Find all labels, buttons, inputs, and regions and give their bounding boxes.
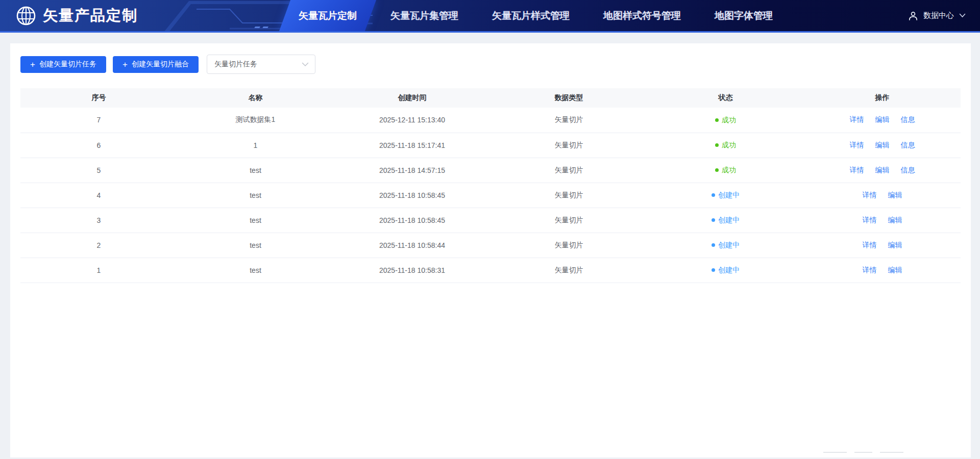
action-link-详情[interactable]: 详情	[863, 216, 877, 224]
app-logo: 矢量产品定制	[0, 5, 138, 27]
status-text: 成功	[722, 166, 736, 175]
cell-actions: 详情编辑	[804, 233, 961, 258]
cell-created-time: 2025-11-18 10:58:45	[334, 183, 491, 208]
cell-data-type: 矢量切片	[491, 258, 647, 283]
status-dot-icon	[715, 168, 719, 172]
cell-seq: 3	[20, 208, 177, 233]
table-row: 1 test 2025-11-18 10:58:31 矢量切片 创建中 详情编辑	[20, 258, 961, 283]
action-link-编辑[interactable]: 编辑	[888, 191, 902, 199]
cell-name: test	[177, 183, 334, 208]
nav-tab-label: 矢量瓦片定制	[299, 9, 357, 22]
cell-seq: 6	[20, 133, 177, 158]
status-dot-icon	[712, 218, 715, 222]
column-header: 数据类型	[491, 88, 647, 108]
action-link-详情[interactable]: 详情	[863, 241, 877, 249]
app-header: 矢量产品定制 矢量瓦片定制 矢量瓦片集管理 矢量瓦片样式管理 地图样式符号管理 …	[0, 0, 980, 33]
status-badge: 成功	[715, 141, 736, 150]
task-table-header-row: 序号名称创建时间数据类型状态操作	[20, 88, 961, 108]
action-link-编辑[interactable]: 编辑	[888, 216, 902, 224]
create-tile-task-button[interactable]: + 创建矢量切片任务	[20, 56, 106, 73]
cell-data-type: 矢量切片	[491, 208, 647, 233]
cell-status: 创建中	[647, 208, 804, 233]
column-header: 操作	[804, 88, 961, 108]
action-link-详情[interactable]: 详情	[850, 141, 864, 149]
nav-tab[interactable]: 矢量瓦片样式管理	[475, 0, 586, 31]
chevron-down-icon	[959, 13, 966, 18]
table-row: 2 test 2025-11-18 10:58:44 矢量切片 创建中 详情编辑	[20, 233, 961, 258]
cell-created-time: 2025-11-18 10:58:31	[334, 258, 491, 283]
column-header: 名称	[177, 88, 334, 108]
cell-name: test	[177, 158, 334, 183]
action-link-详情[interactable]: 详情	[863, 191, 877, 199]
globe-logo-icon	[15, 5, 37, 27]
nav-tab-label: 矢量瓦片样式管理	[492, 9, 570, 22]
status-text: 成功	[722, 141, 736, 150]
nav-tab-label: 地图样式符号管理	[603, 9, 681, 22]
nav-tab[interactable]: 矢量瓦片集管理	[374, 0, 475, 31]
user-name: 数据中心	[923, 11, 954, 20]
cell-actions: 详情编辑信息	[804, 158, 961, 183]
cell-status: 创建中	[647, 183, 804, 208]
action-link-编辑[interactable]: 编辑	[875, 115, 890, 123]
cell-seq: 2	[20, 233, 177, 258]
table-row: 5 test 2025-11-18 14:57:15 矢量切片 成功 详情编辑信…	[20, 158, 961, 183]
cell-data-type: 矢量切片	[491, 108, 647, 133]
cell-status: 成功	[647, 133, 804, 158]
status-badge: 创建中	[712, 266, 740, 275]
user-menu[interactable]: 数据中心	[908, 0, 966, 31]
cell-status: 创建中	[647, 258, 804, 283]
cell-created-time: 2025-11-18 10:58:44	[334, 233, 491, 258]
status-badge: 成功	[715, 166, 736, 175]
task-type-select[interactable]: 矢量切片任务	[207, 55, 315, 74]
cell-seq: 7	[20, 108, 177, 133]
table-row: 6 1 2025-11-18 15:17:41 矢量切片 成功 详情编辑信息	[20, 133, 961, 158]
cell-seq: 4	[20, 183, 177, 208]
status-badge: 创建中	[712, 216, 740, 225]
nav-tab-label: 地图字体管理	[715, 9, 773, 22]
cell-name: 1	[177, 133, 334, 158]
action-link-编辑[interactable]: 编辑	[888, 241, 902, 249]
status-text: 创建中	[718, 191, 740, 200]
page-background: + 创建矢量切片任务 + 创建矢量切片融合 矢量切片任务 序号名称创建时间数据类…	[0, 33, 980, 457]
cell-actions: 详情编辑信息	[804, 133, 961, 158]
status-text: 创建中	[718, 216, 740, 225]
cell-data-type: 矢量切片	[491, 233, 647, 258]
nav-tab[interactable]: 地图样式符号管理	[586, 0, 698, 31]
task-table: 序号名称创建时间数据类型状态操作 7 测试数据集1 2025-12-11 15:…	[20, 88, 961, 283]
action-link-详情[interactable]: 详情	[850, 166, 864, 174]
create-tile-merge-label: 创建矢量切片融合	[132, 60, 189, 69]
select-chevron-down-icon	[302, 62, 309, 67]
action-link-编辑[interactable]: 编辑	[875, 141, 890, 149]
action-link-信息[interactable]: 信息	[901, 141, 915, 149]
action-link-编辑[interactable]: 编辑	[875, 166, 890, 174]
content-card: + 创建矢量切片任务 + 创建矢量切片融合 矢量切片任务 序号名称创建时间数据类…	[10, 43, 971, 457]
cell-name: test	[177, 233, 334, 258]
cell-status: 成功	[647, 158, 804, 183]
cell-actions: 详情编辑	[804, 208, 961, 233]
cell-name: test	[177, 258, 334, 283]
nav-tab[interactable]: 矢量瓦片定制	[282, 0, 374, 31]
plus-icon: +	[122, 60, 128, 69]
cell-data-type: 矢量切片	[491, 158, 647, 183]
action-link-详情[interactable]: 详情	[850, 115, 864, 123]
nav-tab[interactable]: 地图字体管理	[698, 0, 790, 31]
cell-status: 成功	[647, 108, 804, 133]
cell-actions: 详情编辑	[804, 183, 961, 208]
nav-tab-label: 矢量瓦片集管理	[390, 9, 458, 22]
create-tile-merge-button[interactable]: + 创建矢量切片融合	[113, 56, 199, 73]
action-link-信息[interactable]: 信息	[901, 166, 915, 174]
action-link-信息[interactable]: 信息	[901, 115, 915, 123]
user-icon	[908, 11, 918, 21]
table-row: 3 test 2025-11-18 10:58:45 矢量切片 创建中 详情编辑	[20, 208, 961, 233]
status-text: 创建中	[718, 266, 740, 275]
status-dot-icon	[715, 118, 719, 122]
action-link-详情[interactable]: 详情	[863, 266, 877, 274]
cell-data-type: 矢量切片	[491, 183, 647, 208]
cell-status: 创建中	[647, 233, 804, 258]
cell-actions: 详情编辑信息	[804, 108, 961, 133]
action-link-编辑[interactable]: 编辑	[888, 266, 902, 274]
column-header: 序号	[20, 88, 177, 108]
pagination-placeholder	[823, 452, 903, 453]
cell-name: test	[177, 208, 334, 233]
task-table-body: 7 测试数据集1 2025-12-11 15:13:40 矢量切片 成功 详情编…	[20, 108, 961, 283]
